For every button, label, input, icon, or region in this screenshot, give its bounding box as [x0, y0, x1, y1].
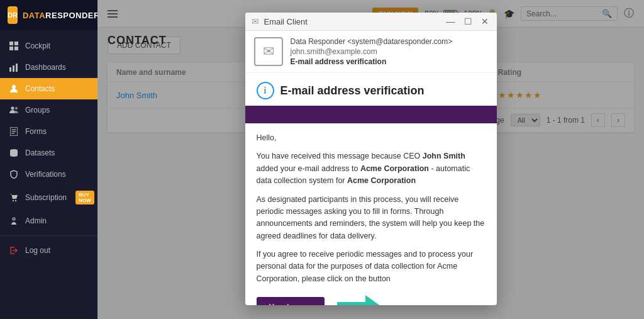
modal-titlebar: ✉ Email Client — ☐ ✕ — [245, 13, 497, 31]
svg-point-18 — [13, 218, 14, 220]
info-circle-icon: i — [257, 82, 274, 99]
sidebar-item-label: Datasets — [25, 148, 55, 157]
envelope-icon-box: ✉ — [254, 37, 283, 66]
sidebar-item-forms[interactable]: Forms — [0, 121, 97, 142]
email-body[interactable]: i E-mail address verification Hello, You… — [245, 73, 497, 305]
company-name-1: Acme Corporation — [360, 164, 429, 173]
grid-icon — [9, 41, 19, 51]
sidebar-item-datasets[interactable]: Datasets — [0, 142, 97, 164]
svg-point-16 — [15, 200, 16, 201]
email-greeting: Hello, You have received this message be… — [245, 132, 497, 285]
svg-marker-19 — [337, 295, 381, 305]
sidebar-logout-label: Log out — [25, 246, 50, 255]
ceo-name: John Smith — [423, 152, 465, 160]
purple-bar — [245, 106, 497, 123]
people-icon — [9, 105, 19, 115]
verification-header: i E-mail address verification — [245, 73, 497, 106]
svg-rect-2 — [9, 47, 13, 50]
main-area: BUY NOW 93% 100% 🔋 🎓 🔍 ⓘ ADD CONTACT — [97, 0, 644, 319]
svg-rect-3 — [14, 47, 18, 50]
sidebar-item-label: Admin — [25, 216, 47, 225]
email-meta: Data Responder <system@dataresponder.com… — [291, 37, 453, 66]
svg-point-8 — [11, 107, 14, 110]
sidebar-item-contacts[interactable]: Contacts — [0, 78, 97, 99]
svg-point-9 — [15, 107, 18, 109]
modal-title: Email Client — [264, 17, 440, 26]
logo-icon: DR — [8, 6, 18, 24]
person-icon — [9, 84, 19, 94]
email-subject: E-mail address verification — [291, 57, 453, 66]
buy-now-badge: BUY NOW — [75, 191, 94, 204]
sidebar-item-groups[interactable]: Groups — [0, 99, 97, 121]
svg-rect-5 — [13, 65, 14, 72]
body-p1-cont: added your e-mail address to — [257, 164, 360, 173]
agree-section: Yes, I agree — [245, 291, 497, 305]
sidebar-item-label: Cockpit — [25, 42, 50, 50]
sidebar-menu: Cockpit Dashboards Contacts Groups Forms — [0, 30, 97, 319]
body-p1-text: You have received this message because C… — [257, 152, 423, 160]
sidebar-item-verifications[interactable]: Verifications — [0, 164, 97, 185]
email-body-inner: i E-mail address verification Hello, You… — [245, 73, 497, 305]
svg-point-15 — [13, 200, 14, 201]
cart-icon — [9, 193, 19, 203]
company-name-2: Acme Corporation — [347, 176, 416, 185]
sidebar-item-label: Contacts — [25, 84, 55, 93]
sidebar-item-label: Dashboards — [25, 63, 66, 72]
divider — [0, 235, 97, 236]
envelope-title-icon: ✉ — [252, 16, 259, 26]
svg-rect-6 — [16, 64, 18, 72]
arrow-icon — [337, 295, 381, 305]
document-icon — [9, 126, 19, 137]
svg-rect-0 — [9, 42, 13, 45]
shield-icon — [9, 169, 19, 179]
minimize-button[interactable]: — — [445, 16, 457, 26]
svg-point-7 — [12, 85, 16, 89]
body-paragraph-1: You have received this message because C… — [257, 150, 486, 187]
envelope-icon: ✉ — [263, 43, 274, 60]
maximize-button[interactable]: ☐ — [462, 16, 474, 26]
email-modal: ✉ Email Client — ☐ ✕ ✉ Data Responder <s… — [245, 13, 497, 305]
sidebar-item-label: Forms — [25, 127, 47, 136]
modal-controls: — ☐ ✕ — [445, 16, 491, 26]
sidebar-item-dashboards[interactable]: Dashboards — [0, 57, 97, 78]
email-from: Data Responder <system@dataresponder.com… — [291, 37, 453, 46]
sidebar-item-label: Subscription — [25, 193, 67, 202]
sidebar-item-logout[interactable]: Log out — [0, 240, 97, 261]
yes-i-agree-button[interactable]: Yes, I agree — [257, 297, 325, 305]
sidebar-item-subscription[interactable]: Subscription BUY NOW — [0, 185, 97, 210]
database-icon — [9, 148, 19, 158]
sidebar-item-cockpit[interactable]: Cockpit — [0, 35, 97, 57]
body-paragraph-3: If you agree to receive periodic message… — [257, 249, 486, 285]
modal-overlay: ✉ Email Client — ☐ ✕ ✉ Data Responder <s… — [97, 0, 644, 319]
sidebar-item-admin[interactable]: Admin — [0, 210, 97, 232]
svg-rect-4 — [9, 67, 11, 72]
greeting-text: Hello, — [257, 132, 486, 144]
email-to: john.smith@example.com — [291, 47, 453, 56]
body-paragraph-2: As designated participants in this proce… — [257, 194, 486, 243]
verification-title: E-mail address verification — [280, 84, 425, 98]
logout-icon — [9, 245, 19, 255]
email-header: ✉ Data Responder <system@dataresponder.c… — [245, 31, 497, 73]
close-button[interactable]: ✕ — [479, 16, 491, 26]
admin-icon — [9, 216, 19, 226]
svg-rect-1 — [14, 42, 18, 45]
sidebar: DR DATARESPONDER Cockpit Dashboards Cont… — [0, 0, 97, 319]
sidebar-item-label: Groups — [25, 106, 50, 115]
logo: DR DATARESPONDER — [0, 0, 97, 30]
sidebar-item-label: Verifications — [25, 170, 66, 179]
chart-icon — [9, 62, 19, 72]
logo-text: DATARESPONDER — [23, 11, 100, 20]
